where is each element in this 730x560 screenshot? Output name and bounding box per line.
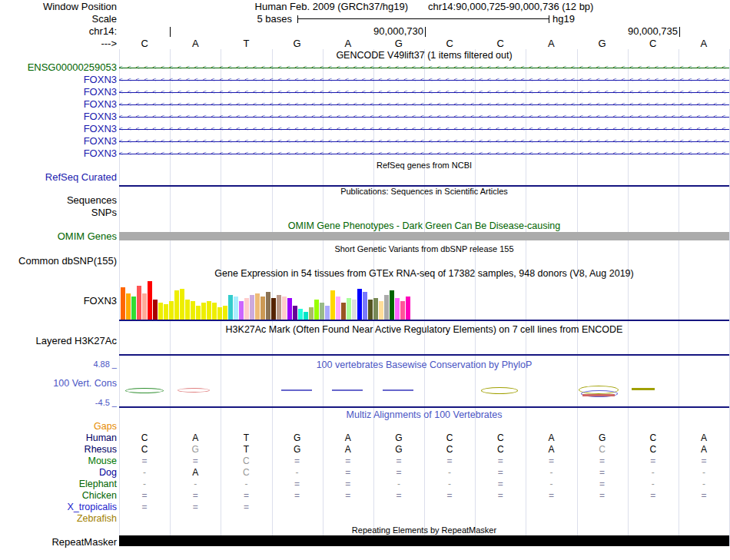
alignment-cell[interactable]: A bbox=[170, 432, 221, 444]
gene-item-label[interactable]: FOXN3 bbox=[0, 98, 117, 111]
alignment-cell[interactable]: A bbox=[679, 444, 729, 456]
alignment-cell[interactable]: G bbox=[373, 432, 424, 444]
gtex-bar[interactable] bbox=[180, 289, 184, 320]
gtex-bar[interactable] bbox=[395, 298, 400, 320]
gtex-bar[interactable] bbox=[201, 303, 206, 320]
gtex-bar[interactable] bbox=[207, 301, 211, 320]
gtex-bar[interactable] bbox=[234, 297, 238, 320]
omim-genes-label[interactable]: OMIM Genes bbox=[0, 231, 117, 241]
alignment-cell[interactable]: = bbox=[373, 456, 424, 467]
alignment-cell[interactable]: C bbox=[475, 432, 526, 444]
gtex-bar[interactable] bbox=[341, 303, 346, 320]
gtex-bar[interactable] bbox=[153, 300, 158, 320]
alignment-cell[interactable]: A bbox=[526, 432, 576, 444]
alignment-cell[interactable]: = bbox=[373, 490, 424, 502]
dbsnp-label[interactable]: Common dbSNP(155) bbox=[0, 255, 117, 267]
gene-item-label[interactable]: FOXN3 bbox=[0, 123, 117, 135]
alignment-cell[interactable]: = bbox=[679, 490, 729, 502]
gene-item-label[interactable]: ENSG00000259053 bbox=[0, 61, 117, 74]
gtex-bar[interactable] bbox=[384, 295, 389, 320]
alignment-cell[interactable]: = bbox=[628, 456, 679, 467]
species-label[interactable]: Rhesus bbox=[0, 444, 117, 456]
alignment-cell[interactable]: - bbox=[272, 467, 323, 479]
gtex-bar[interactable] bbox=[158, 303, 163, 320]
species-label[interactable]: Chicken bbox=[0, 490, 117, 502]
alignment-cell[interactable]: = bbox=[475, 456, 526, 467]
gene-item-row[interactable]: < < < < < < < < < < < < < < < < < < < < … bbox=[119, 147, 729, 160]
alignment-cell[interactable]: T bbox=[221, 444, 271, 456]
alignment-cell[interactable]: C bbox=[221, 467, 271, 479]
alignment-cell[interactable]: - bbox=[373, 479, 424, 490]
gtex-bar[interactable] bbox=[320, 303, 324, 320]
gene-item-row[interactable]: < < < < < < < < < < < < < < < < < < < < … bbox=[119, 111, 729, 123]
repeatmasker-label[interactable]: RepeatMasker bbox=[0, 536, 117, 548]
gtex-bar[interactable] bbox=[239, 301, 244, 320]
species-label[interactable]: Zebrafish bbox=[0, 513, 117, 525]
gtex-bar[interactable] bbox=[250, 295, 254, 320]
alignment-cell[interactable]: C bbox=[424, 432, 475, 444]
alignment-cell[interactable]: C bbox=[628, 432, 679, 444]
alignment-cell[interactable]: = bbox=[577, 467, 628, 479]
alignment-cell[interactable]: - bbox=[221, 479, 271, 490]
gene-item-row[interactable]: < < < < < < < < < < < < < < < < < < < < … bbox=[119, 123, 729, 135]
gtex-bar[interactable] bbox=[352, 300, 357, 320]
alignment-cell[interactable]: C bbox=[119, 432, 170, 444]
alignment-cell[interactable]: = bbox=[526, 456, 576, 467]
alignment-cell[interactable]: - bbox=[526, 467, 576, 479]
alignment-cell[interactable]: - bbox=[628, 479, 679, 490]
alignment-cell[interactable]: C bbox=[475, 444, 526, 456]
alignment-cell[interactable]: G bbox=[170, 444, 221, 456]
gtex-bar[interactable] bbox=[255, 293, 260, 320]
gtex-bar[interactable] bbox=[400, 301, 405, 320]
alignment-cell[interactable]: - bbox=[424, 467, 475, 479]
gene-item-row[interactable]: < < < < < < < < < < < < < < < < < < < < … bbox=[119, 135, 729, 147]
gtex-gene-label[interactable]: FOXN3 bbox=[0, 295, 117, 307]
alignment-cell[interactable]: = bbox=[526, 490, 576, 502]
alignment-cell[interactable]: = bbox=[170, 502, 221, 513]
alignment-cell[interactable]: C bbox=[221, 456, 271, 467]
refseq-curated-label[interactable]: RefSeq Curated bbox=[0, 171, 117, 184]
gene-item-row[interactable]: < < < < < < < < < < < < < < < < < < < < … bbox=[119, 61, 729, 74]
gtex-bar[interactable] bbox=[148, 281, 152, 320]
alignment-cell[interactable]: A bbox=[323, 432, 373, 444]
gtex-bar[interactable] bbox=[309, 307, 314, 320]
alignment-cell[interactable]: T bbox=[221, 432, 271, 444]
alignment-cell[interactable]: A bbox=[679, 432, 729, 444]
alignment-cell[interactable]: C bbox=[424, 444, 475, 456]
alignment-cell[interactable]: = bbox=[221, 490, 271, 502]
alignment-cell[interactable]: = bbox=[119, 502, 170, 513]
gene-item-label[interactable]: FOXN3 bbox=[0, 111, 117, 123]
alignment-cell[interactable]: G bbox=[577, 432, 628, 444]
gtex-bar[interactable] bbox=[336, 297, 340, 320]
gene-item-row[interactable]: < < < < < < < < < < < < < < < < < < < < … bbox=[119, 98, 729, 111]
alignment-cell[interactable]: - bbox=[628, 467, 679, 479]
gtex-bar[interactable] bbox=[185, 300, 190, 320]
gtex-bar[interactable] bbox=[223, 306, 227, 320]
alignment-cell[interactable]: A bbox=[323, 444, 373, 456]
gtex-bar[interactable] bbox=[137, 286, 141, 320]
species-label[interactable]: Human bbox=[0, 432, 117, 444]
gtex-bar[interactable] bbox=[271, 298, 276, 320]
gene-item-label[interactable]: FOXN3 bbox=[0, 135, 117, 147]
gtex-bar[interactable] bbox=[287, 298, 292, 320]
species-label[interactable]: Dog bbox=[0, 467, 117, 479]
gtex-bar[interactable] bbox=[363, 292, 367, 320]
gtex-bar[interactable] bbox=[314, 300, 319, 320]
species-label[interactable]: Elephant bbox=[0, 479, 117, 490]
alignment-cell[interactable]: C bbox=[577, 444, 628, 456]
alignment-cell[interactable]: = bbox=[323, 467, 373, 479]
gene-item-row[interactable]: < < < < < < < < < < < < < < < < < < < < … bbox=[119, 74, 729, 86]
species-label[interactable]: Gaps bbox=[0, 421, 117, 432]
gtex-bar[interactable] bbox=[142, 293, 147, 320]
alignment-cell[interactable]: A bbox=[170, 467, 221, 479]
alignment-cell[interactable]: G bbox=[373, 444, 424, 456]
publications-sequences-label[interactable]: Sequences bbox=[0, 195, 117, 206]
alignment-cell[interactable]: = bbox=[323, 490, 373, 502]
alignment-cell[interactable]: = bbox=[424, 456, 475, 467]
alignment-cell[interactable]: - bbox=[679, 467, 729, 479]
alignment-cell[interactable]: = bbox=[577, 479, 628, 490]
alignment-cell[interactable]: G bbox=[272, 444, 323, 456]
alignment-cell[interactable]: = bbox=[272, 490, 323, 502]
alignment-cell[interactable]: C bbox=[628, 444, 679, 456]
alignment-cell[interactable]: = bbox=[475, 479, 526, 490]
